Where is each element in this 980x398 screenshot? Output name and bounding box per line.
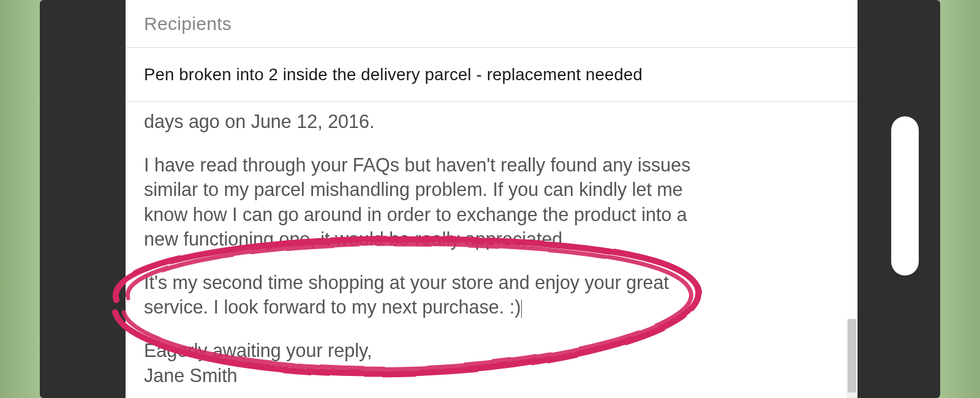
- body-signoff: Eagerly awaiting your reply,: [144, 338, 707, 363]
- recipients-placeholder: Recipients: [144, 13, 232, 34]
- page-background: Recipients Pen broken into 2 inside the …: [0, 0, 980, 398]
- scrollbar-track[interactable]: [846, 319, 858, 398]
- email-body-editor[interactable]: days ago on June 12, 2016. I have read t…: [126, 102, 858, 398]
- text-cursor: [521, 299, 522, 318]
- tablet-screen: Recipients Pen broken into 2 inside the …: [126, 0, 858, 398]
- body-paragraph-1: I have read through your FAQs but haven'…: [144, 152, 707, 252]
- subject-text: Pen broken into 2 inside the delivery pa…: [144, 65, 643, 84]
- tablet-home-button[interactable]: [891, 116, 919, 276]
- bg-gradient-right: [940, 0, 980, 398]
- body-partial-line: days ago on June 12, 2016.: [144, 109, 707, 134]
- subject-field[interactable]: Pen broken into 2 inside the delivery pa…: [126, 48, 858, 102]
- recipients-field[interactable]: Recipients: [126, 0, 858, 48]
- tablet-frame: Recipients Pen broken into 2 inside the …: [40, 0, 940, 398]
- bg-gradient-left: [0, 0, 40, 398]
- body-signature: Jane Smith: [144, 363, 707, 388]
- scrollbar-thumb[interactable]: [848, 319, 856, 392]
- body-paragraph-2: It's my second time shopping at your sto…: [144, 270, 707, 320]
